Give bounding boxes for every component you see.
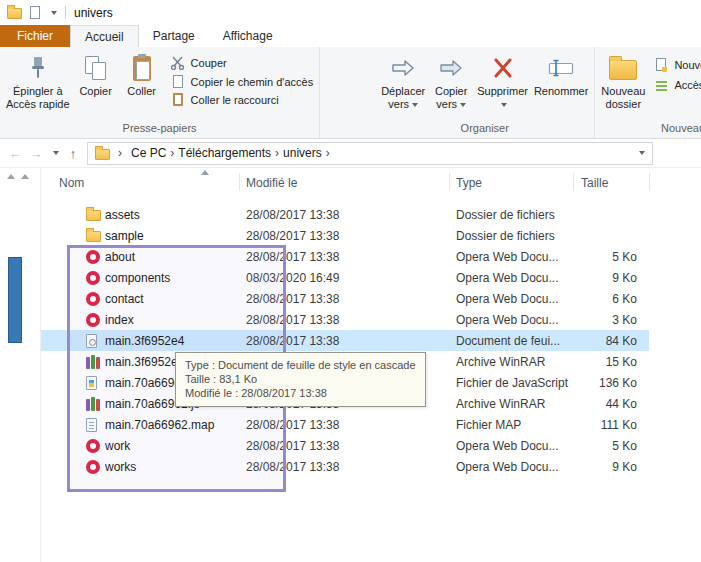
- customize-toolbar-arrow-icon[interactable]: [51, 11, 57, 15]
- column-header-type[interactable]: Type: [456, 176, 482, 190]
- file-row[interactable]: assets28/08/2017 13:38Dossier de fichier…: [41, 204, 649, 225]
- column-header-taille[interactable]: Taille: [581, 176, 608, 190]
- breadcrumb-item[interactable]: univers: [282, 146, 323, 160]
- file-size: 9 Ko: [573, 271, 649, 285]
- address-dropdown-arrow-icon[interactable]: [639, 151, 645, 155]
- delete-button[interactable]: Supprimer: [474, 49, 531, 121]
- column-separator[interactable]: [649, 173, 650, 191]
- tab-affichage[interactable]: Affichage: [209, 25, 287, 47]
- file-name: works: [105, 460, 246, 474]
- copy-to-button-label: Copiervers: [435, 85, 467, 111]
- file-size: 15 Ko: [573, 355, 649, 369]
- file-row[interactable]: works28/08/2017 13:38Opera Web Docu...9 …: [41, 456, 649, 477]
- opera-icon: [86, 250, 100, 264]
- breadcrumb-item[interactable]: Ce PC: [130, 146, 167, 160]
- ribbon-group-clipboard: Épingler àAccès rapide Copier Coller Cou…: [0, 47, 320, 138]
- new-small-buttons: Nouvel élément Accès rapide: [650, 49, 701, 91]
- copy-to-button[interactable]: Copiervers: [428, 49, 474, 121]
- file-row[interactable]: sample28/08/2017 13:38Dossier de fichier…: [41, 225, 649, 246]
- file-size: 136 Ko: [573, 376, 649, 390]
- nav-scroll-up-icon[interactable]: [7, 174, 15, 179]
- map-file-icon: [86, 418, 97, 432]
- folder-icon: [86, 231, 101, 242]
- column-separator[interactable]: [449, 173, 450, 191]
- file-size: 5 Ko: [573, 250, 649, 264]
- breadcrumb-separator-icon[interactable]: ›: [272, 146, 282, 160]
- move-to-icon: [390, 53, 416, 83]
- recent-locations-arrow-icon[interactable]: [53, 151, 59, 155]
- title-bar: univers: [0, 0, 701, 25]
- copy-button[interactable]: Copier: [73, 49, 119, 121]
- column-separator[interactable]: [239, 173, 240, 191]
- file-row[interactable]: contact28/08/2017 13:38Opera Web Docu...…: [41, 288, 649, 309]
- paste-button[interactable]: Coller: [119, 49, 165, 121]
- file-name: sample: [105, 229, 246, 243]
- file-size: 6 Ko: [573, 292, 649, 306]
- tab-accueil[interactable]: Accueil: [70, 25, 139, 47]
- dropdown-arrow-icon: [460, 103, 466, 107]
- rename-icon: [548, 53, 574, 83]
- easy-access-button[interactable]: Accès rapide: [650, 79, 701, 91]
- address-box[interactable]: › Ce PC›Téléchargements›univers›: [87, 142, 653, 165]
- move-to-button[interactable]: Déplacervers: [378, 49, 428, 121]
- ribbon-tab-bar: Fichier Accueil Partage Affichage: [0, 25, 701, 47]
- file-modified: 28/08/2017 13:38: [246, 418, 456, 432]
- new-folder-button-label: Nouveaudossier: [601, 85, 645, 111]
- column-headers: Nom Modifié le Type Taille: [41, 168, 701, 196]
- opera-icon: [86, 460, 100, 474]
- copy-to-icon: [438, 53, 464, 83]
- css-document-icon: [86, 334, 97, 348]
- nav-scroll-up-icon[interactable]: [21, 174, 29, 179]
- file-type: Fichier de JavaScript: [456, 376, 573, 390]
- new-item-button-label: Nouvel élément: [674, 59, 701, 71]
- file-type: Archive WinRAR: [456, 397, 573, 411]
- file-row[interactable]: about28/08/2017 13:38Opera Web Docu...5 …: [41, 246, 649, 267]
- breadcrumb-separator-icon[interactable]: ›: [167, 146, 177, 160]
- file-type: Fichier MAP: [456, 418, 573, 432]
- rename-button[interactable]: Renommer: [531, 49, 591, 121]
- new-item-button[interactable]: Nouvel élément: [650, 58, 701, 71]
- quick-access-toolbar-icon[interactable]: [30, 6, 40, 19]
- opera-icon: [86, 313, 100, 327]
- copy-path-button-label: Copier le chemin d'accès: [191, 76, 314, 88]
- file-name: main.70a66962.map: [105, 418, 246, 432]
- cut-button[interactable]: Couper: [167, 56, 317, 70]
- group-label-new: Nouveau: [598, 121, 701, 138]
- file-modified: 28/08/2017 13:38: [246, 334, 456, 348]
- window-folder-icon: [7, 8, 22, 19]
- paste-shortcut-button[interactable]: Coller le raccourci: [167, 93, 317, 106]
- copy-path-button[interactable]: Copier le chemin d'accès: [167, 75, 317, 88]
- back-button[interactable]: ←: [8, 147, 22, 160]
- group-label-clipboard: Presse-papiers: [3, 121, 316, 138]
- file-modified: 28/08/2017 13:38: [246, 460, 456, 474]
- forward-button[interactable]: →: [29, 147, 43, 160]
- file-size: 3 Ko: [573, 313, 649, 327]
- breadcrumb-item[interactable]: Téléchargements: [177, 146, 272, 160]
- file-row[interactable]: main.3f6952e428/08/2017 13:38Document de…: [41, 330, 649, 351]
- file-explorer-window: { "window": { "title": "univers" }, "tab…: [0, 0, 701, 562]
- column-header-modifie-le[interactable]: Modifié le: [246, 176, 297, 190]
- tab-fichier[interactable]: Fichier: [0, 25, 70, 47]
- file-modified: 08/03/2020 16:49: [246, 271, 456, 285]
- address-folder-icon: [95, 149, 110, 160]
- navigation-pane: [0, 168, 40, 562]
- file-row[interactable]: index28/08/2017 13:38Opera Web Docu...3 …: [41, 309, 649, 330]
- file-row[interactable]: components08/03/2020 16:49Opera Web Docu…: [41, 267, 649, 288]
- breadcrumb: Ce PC›Téléchargements›univers›: [130, 146, 333, 160]
- file-name: index: [105, 313, 246, 327]
- pin-to-quick-access-button[interactable]: Épingler àAccès rapide: [3, 49, 73, 121]
- rename-button-label: Renommer: [534, 85, 588, 98]
- column-separator[interactable]: [573, 173, 574, 191]
- opera-icon: [86, 439, 100, 453]
- paste-icon: [133, 53, 151, 83]
- up-button[interactable]: ↑: [66, 147, 80, 160]
- tooltip-size-line: Taille : 83,1 Ko: [185, 372, 416, 386]
- new-folder-button[interactable]: Nouveaudossier: [598, 49, 648, 121]
- file-size: 111 Ko: [573, 418, 649, 432]
- breadcrumb-separator-icon[interactable]: ›: [323, 146, 333, 160]
- tab-partage[interactable]: Partage: [139, 25, 209, 47]
- file-row[interactable]: main.70a66962.map28/08/2017 13:38Fichier…: [41, 414, 649, 435]
- column-header-nom[interactable]: Nom: [59, 176, 84, 190]
- dropdown-arrow-icon: [501, 103, 507, 107]
- file-row[interactable]: work28/08/2017 13:38Opera Web Docu...5 K…: [41, 435, 649, 456]
